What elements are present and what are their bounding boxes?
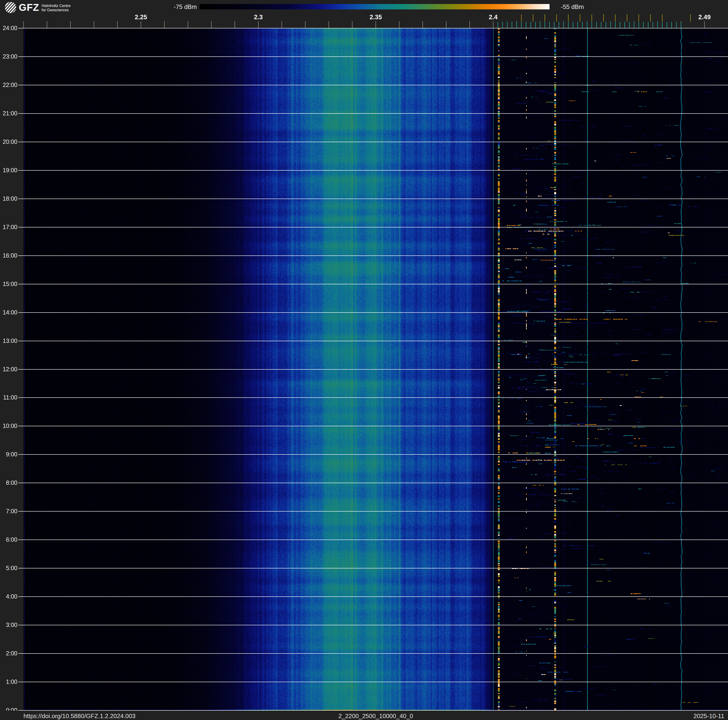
ble-channel-tick: [516, 22, 517, 28]
frequency-tick-label: 2.4: [489, 14, 498, 20]
frequency-tick: [164, 21, 165, 28]
ble-channel-tick: [582, 22, 583, 28]
time-tick-label: 17:00: [0, 224, 17, 230]
frequency-tick: [141, 21, 141, 28]
ble-channel-tick: [578, 22, 578, 28]
time-tick-label: 22:00: [0, 82, 17, 88]
frequency-tick: [329, 21, 329, 28]
hour-gridline: [18, 227, 728, 227]
hour-gridline: [18, 511, 728, 512]
frequency-tick: [399, 21, 399, 28]
ble-channel-tick: [592, 22, 592, 28]
hour-gridline: [18, 682, 728, 682]
wifi-channel-tick: [521, 14, 522, 21]
ble-channel-tick: [615, 22, 615, 28]
ble-channel-tick: [554, 22, 554, 28]
wifi-channel-tick: [615, 14, 615, 21]
time-tick-label: 4:00: [0, 594, 17, 599]
ble-channel-tick: [681, 22, 681, 28]
ble-channel-tick: [634, 22, 634, 28]
frequency-tick: [70, 21, 71, 28]
ble-channel-tick: [507, 22, 508, 28]
frequency-tick: [235, 21, 235, 28]
ble-channel-tick: [587, 22, 587, 28]
hour-gridline: [18, 539, 728, 540]
ble-channel-tick: [629, 22, 630, 28]
time-tick-label: 20:00: [0, 139, 17, 145]
ble-channel-tick: [639, 22, 639, 28]
frequency-tick: [470, 21, 470, 28]
time-tick-label: 15:00: [0, 281, 17, 287]
hour-gridline: [18, 256, 728, 256]
time-tick-label: 13:00: [0, 338, 17, 344]
wifi-channel-tick: [568, 14, 569, 21]
wifi-channel-tick: [627, 14, 627, 21]
hour-gridline: [18, 28, 728, 28]
colorbar-max-label: -55 dBm: [561, 4, 584, 10]
frequency-tick: [94, 21, 94, 28]
hour-gridline: [18, 454, 728, 455]
frequency-tick-label: 2.25: [135, 14, 147, 20]
hour-gridline: [18, 653, 728, 654]
time-tick-label: 5:00: [0, 565, 17, 571]
wifi-channel-tick: [592, 14, 592, 21]
time-tick-label: 11:00: [0, 395, 17, 400]
date-label: 2025-10-11: [693, 712, 724, 720]
frequency-tick-label: 2.35: [370, 14, 382, 20]
frequency-tick: [493, 21, 493, 28]
ble-channel-tick: [662, 22, 662, 28]
frequency-tick: [188, 21, 188, 28]
hour-gridline: [18, 341, 728, 341]
wifi-channel-tick: [662, 14, 662, 21]
hour-gridline: [18, 568, 728, 568]
doi-link[interactable]: https://doi.org/10.5880/GFZ.1.2.2024.003: [23, 712, 136, 720]
hour-gridline: [18, 369, 728, 370]
frequency-tick: [305, 21, 306, 28]
hour-gridline: [18, 170, 728, 171]
ble-channel-tick: [535, 22, 536, 28]
ble-channel-tick: [563, 22, 564, 28]
ble-channel-tick: [601, 22, 601, 28]
ble-channel-tick: [498, 22, 498, 28]
frequency-tick: [422, 21, 423, 28]
ble-channel-tick: [648, 22, 648, 28]
ble-channel-tick: [671, 22, 672, 28]
hour-gridline: [18, 199, 728, 199]
ble-channel-tick: [653, 22, 653, 28]
hour-gridline: [18, 85, 728, 85]
ble-channel-tick: [643, 22, 644, 28]
ble-channel-tick: [610, 22, 611, 28]
wifi-channel-tick: [533, 14, 533, 21]
hour-gridline: [18, 483, 728, 483]
frequency-tick: [211, 21, 212, 28]
wifi-channel-tick: [639, 14, 639, 21]
time-tick-label: 10:00: [0, 423, 17, 429]
header-bar: GFZ Helmholtz Centre for Geosciences -75…: [0, 0, 728, 28]
time-tick-label: 12:00: [0, 366, 17, 372]
frequency-tick: [376, 21, 376, 28]
wifi-channel-tick: [556, 14, 557, 21]
time-tick-label: 2:00: [0, 650, 17, 656]
time-tick-label: 16:00: [0, 253, 17, 259]
ble-channel-tick: [596, 22, 597, 28]
frequency-tick: [704, 21, 705, 28]
hour-gridline: [18, 284, 728, 284]
time-tick-label: 23:00: [0, 54, 17, 60]
time-tick-label: 19:00: [0, 167, 17, 173]
hour-gridline: [18, 596, 728, 597]
ble-channel-tick: [521, 22, 522, 28]
frequency-tick: [23, 21, 24, 28]
hour-gridline: [18, 625, 728, 625]
wifi-channel-tick: [690, 14, 691, 21]
frequency-tick: [446, 21, 447, 28]
wifi-channel-tick: [544, 14, 545, 21]
wifi-channel-tick: [580, 14, 580, 21]
ble-channel-tick: [531, 22, 531, 28]
frequency-tick: [117, 21, 118, 28]
time-tick-label: 6:00: [0, 537, 17, 542]
time-tick-label: 3:00: [0, 622, 17, 628]
hour-gridline: [18, 113, 728, 114]
time-tick-label: 8:00: [0, 480, 17, 486]
hour-gridline: [18, 312, 728, 313]
hour-gridline: [18, 397, 728, 398]
